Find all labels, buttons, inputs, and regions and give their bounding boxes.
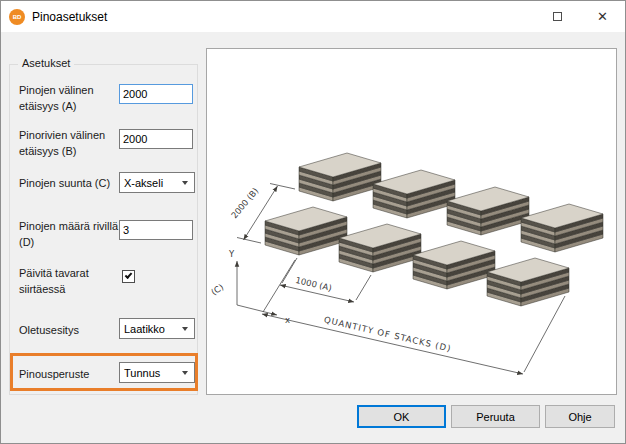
caption-buttons: ✕ [535, 1, 625, 32]
default-view-value: Laatikko [120, 323, 182, 335]
stacking-basis-value: Tunnus [120, 367, 182, 379]
app-icon: BD [9, 9, 25, 25]
app-icon-label: BD [13, 14, 22, 20]
preview-panel: 2000 (B) 1000 (A) QUANTITY OF STACKS (D)… [206, 48, 617, 395]
dimension-label-d: QUANTITY OF STACKS (D) [323, 315, 452, 354]
window-title: Pinoasetukset [32, 10, 107, 24]
stack-distance-label: Pinojen välinen etäisyys (A) [19, 83, 119, 115]
axis-x-label: x [285, 315, 290, 325]
maximize-button[interactable] [535, 1, 580, 32]
stack-direction-value: X-akseli [120, 177, 182, 189]
stack-distance-input[interactable] [119, 84, 193, 104]
stack-direction-label: Pinojen suunta (C) [19, 176, 119, 192]
help-button[interactable]: Ohje [545, 405, 615, 428]
stack-preview-drawing: 2000 (B) 1000 (A) QUANTITY OF STACKS (D)… [207, 49, 616, 394]
maximize-icon [553, 12, 562, 21]
check-icon [125, 271, 133, 279]
ok-button[interactable]: OK [357, 405, 446, 428]
dimension-label-b: 2000 (B) [229, 186, 260, 221]
axis-c-label: (C) [209, 282, 225, 297]
chevron-down-icon [182, 181, 188, 185]
stacking-basis-label: Pinousperuste [19, 367, 119, 383]
default-view-label: Oletusesitys [19, 323, 119, 339]
dialog-window: BD Pinoasetukset ✕ Asetukset Pinojen väl… [0, 0, 626, 444]
chevron-down-icon [182, 371, 188, 375]
cancel-button[interactable]: Peruuta [451, 405, 540, 428]
settings-group-label: Asetukset [18, 57, 74, 69]
close-button[interactable]: ✕ [580, 1, 625, 32]
titlebar[interactable]: BD Pinoasetukset ✕ [1, 1, 625, 32]
row-distance-label: Pinorivien välinen etäisyys (B) [19, 128, 119, 160]
close-icon: ✕ [597, 10, 608, 23]
axis-y-label: Y [228, 249, 235, 259]
row-distance-input[interactable] [119, 129, 193, 149]
stacks-per-row-input[interactable] [119, 220, 193, 240]
stack-direction-select[interactable]: X-akseli [119, 172, 195, 193]
update-items-label: Päivitä tavarat siirtäessä [19, 266, 119, 298]
chevron-down-icon [182, 327, 188, 331]
dimension-label-a: 1000 (A) [295, 275, 333, 293]
stacks-per-row-label: Pinojen määrä rivillä (D) [19, 219, 119, 251]
stacking-basis-select[interactable]: Tunnus [119, 362, 195, 383]
default-view-select[interactable]: Laatikko [119, 318, 195, 339]
update-items-checkbox[interactable] [122, 270, 135, 283]
dialog-body: Asetukset Pinojen välinen etäisyys (A) P… [1, 32, 625, 443]
